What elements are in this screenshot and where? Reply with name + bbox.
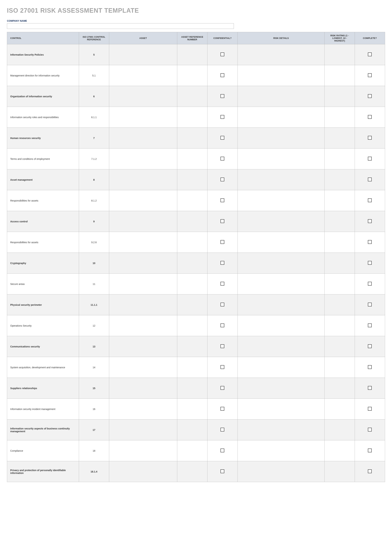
complete-checkbox[interactable] (368, 136, 372, 140)
risk-rating-cell[interactable] (324, 169, 355, 190)
risk-rating-cell[interactable] (324, 420, 355, 440)
risk-details-cell[interactable] (238, 86, 324, 107)
complete-checkbox[interactable] (368, 73, 372, 77)
risk-rating-cell[interactable] (324, 378, 355, 399)
confidential-checkbox[interactable] (220, 240, 224, 244)
risk-rating-cell[interactable] (324, 461, 355, 482)
asset-reference-cell[interactable] (177, 190, 207, 211)
asset-reference-cell[interactable] (177, 253, 207, 274)
confidential-checkbox[interactable] (220, 407, 224, 411)
complete-checkbox[interactable] (368, 240, 372, 244)
risk-rating-cell[interactable] (324, 440, 355, 461)
confidential-checkbox[interactable] (220, 94, 224, 98)
risk-rating-cell[interactable] (324, 190, 355, 211)
confidential-checkbox[interactable] (220, 198, 224, 202)
confidential-checkbox[interactable] (220, 449, 224, 452)
asset-reference-cell[interactable] (177, 128, 207, 149)
confidential-checkbox[interactable] (220, 365, 224, 369)
risk-rating-cell[interactable] (324, 274, 355, 294)
confidential-checkbox[interactable] (220, 344, 224, 348)
complete-checkbox[interactable] (368, 407, 372, 411)
confidential-checkbox[interactable] (220, 52, 224, 56)
risk-details-cell[interactable] (238, 232, 324, 253)
complete-checkbox[interactable] (368, 323, 372, 327)
asset-reference-cell[interactable] (177, 274, 207, 294)
risk-details-cell[interactable] (238, 336, 324, 357)
asset-reference-cell[interactable] (177, 336, 207, 357)
confidential-checkbox[interactable] (220, 178, 224, 181)
confidential-checkbox[interactable] (220, 282, 224, 286)
risk-details-cell[interactable] (238, 399, 324, 420)
confidential-checkbox[interactable] (220, 136, 224, 140)
risk-details-cell[interactable] (238, 211, 324, 232)
confidential-checkbox[interactable] (220, 219, 224, 223)
risk-rating-cell[interactable] (324, 232, 355, 253)
asset-reference-cell[interactable] (177, 294, 207, 315)
confidential-checkbox[interactable] (220, 115, 224, 119)
risk-rating-cell[interactable] (324, 315, 355, 336)
confidential-checkbox[interactable] (220, 302, 224, 307)
asset-cell[interactable] (109, 149, 177, 169)
risk-rating-cell[interactable] (324, 336, 355, 357)
confidential-checkbox[interactable] (220, 73, 224, 77)
risk-rating-cell[interactable] (324, 149, 355, 169)
asset-reference-cell[interactable] (177, 461, 207, 482)
asset-cell[interactable] (109, 420, 177, 440)
risk-rating-cell[interactable] (324, 128, 355, 149)
asset-reference-cell[interactable] (177, 357, 207, 378)
asset-cell[interactable] (109, 399, 177, 420)
risk-rating-cell[interactable] (324, 211, 355, 232)
risk-rating-cell[interactable] (324, 107, 355, 128)
confidential-checkbox[interactable] (220, 157, 224, 161)
asset-reference-cell[interactable] (177, 420, 207, 440)
asset-reference-cell[interactable] (177, 232, 207, 253)
risk-details-cell[interactable] (238, 65, 324, 86)
asset-cell[interactable] (109, 378, 177, 399)
asset-cell[interactable] (109, 128, 177, 149)
asset-cell[interactable] (109, 44, 177, 65)
complete-checkbox[interactable] (368, 219, 372, 223)
asset-reference-cell[interactable] (177, 440, 207, 461)
risk-details-cell[interactable] (238, 190, 324, 211)
risk-rating-cell[interactable] (324, 65, 355, 86)
risk-rating-cell[interactable] (324, 294, 355, 315)
risk-rating-cell[interactable] (324, 399, 355, 420)
asset-cell[interactable] (109, 315, 177, 336)
company-name-input[interactable] (7, 23, 234, 29)
complete-checkbox[interactable] (368, 386, 372, 390)
complete-checkbox[interactable] (368, 365, 372, 369)
asset-cell[interactable] (109, 190, 177, 211)
complete-checkbox[interactable] (368, 157, 372, 161)
asset-reference-cell[interactable] (177, 315, 207, 336)
risk-rating-cell[interactable] (324, 86, 355, 107)
complete-checkbox[interactable] (368, 198, 372, 202)
risk-details-cell[interactable] (238, 440, 324, 461)
risk-details-cell[interactable] (238, 461, 324, 482)
risk-details-cell[interactable] (238, 357, 324, 378)
asset-cell[interactable] (109, 294, 177, 315)
asset-cell[interactable] (109, 440, 177, 461)
asset-cell[interactable] (109, 461, 177, 482)
complete-checkbox[interactable] (368, 178, 372, 181)
risk-details-cell[interactable] (238, 44, 324, 65)
confidential-checkbox[interactable] (220, 428, 224, 431)
risk-details-cell[interactable] (238, 420, 324, 440)
confidential-checkbox[interactable] (220, 386, 224, 390)
asset-cell[interactable] (109, 357, 177, 378)
risk-details-cell[interactable] (238, 315, 324, 336)
complete-checkbox[interactable] (368, 449, 372, 452)
asset-cell[interactable] (109, 107, 177, 128)
confidential-checkbox[interactable] (220, 469, 224, 473)
risk-rating-cell[interactable] (324, 357, 355, 378)
asset-reference-cell[interactable] (177, 44, 207, 65)
complete-checkbox[interactable] (368, 428, 372, 431)
risk-details-cell[interactable] (238, 169, 324, 190)
risk-details-cell[interactable] (238, 107, 324, 128)
asset-reference-cell[interactable] (177, 169, 207, 190)
asset-reference-cell[interactable] (177, 149, 207, 169)
asset-cell[interactable] (109, 169, 177, 190)
complete-checkbox[interactable] (368, 52, 372, 56)
confidential-checkbox[interactable] (220, 261, 224, 265)
asset-cell[interactable] (109, 65, 177, 86)
asset-cell[interactable] (109, 86, 177, 107)
